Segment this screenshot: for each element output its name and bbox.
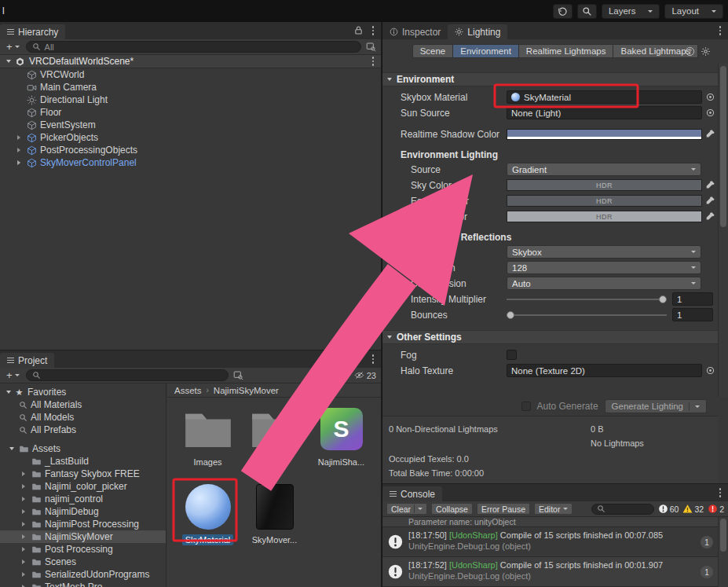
- warning-count-toggle[interactable]: 32: [682, 504, 704, 514]
- add-gameobject-button[interactable]: +: [5, 41, 21, 53]
- assets-root-row[interactable]: Assets: [0, 442, 166, 455]
- asset-images-folder[interactable]: Images: [174, 404, 241, 479]
- foldout-open-icon[interactable]: [387, 78, 392, 81]
- env-lighting-source-dropdown[interactable]: Gradient: [507, 163, 701, 176]
- shadow-color-swatch[interactable]: [507, 129, 702, 140]
- foldout-closed-icon[interactable]: [22, 497, 25, 501]
- tab-hierarchy[interactable]: Hierarchy: [0, 24, 65, 39]
- project-menu-icon[interactable]: [371, 354, 376, 365]
- layers-dropdown[interactable]: Layers: [602, 4, 660, 19]
- log-overflow-line[interactable]: Parameter name: unityObject: [382, 517, 718, 527]
- foldout-closed-icon[interactable]: [22, 559, 25, 564]
- foldout-open-icon[interactable]: [6, 391, 11, 394]
- foldout-closed-icon[interactable]: [22, 509, 25, 514]
- other-settings-section-header[interactable]: Other Settings: [382, 330, 718, 344]
- environment-section-header[interactable]: Environment: [382, 72, 718, 86]
- fog-checkbox[interactable]: [507, 350, 517, 360]
- search-button[interactable]: [577, 4, 597, 19]
- clear-button[interactable]: Clear: [386, 503, 427, 515]
- breadcrumb-current[interactable]: NajimiSkyMover: [214, 386, 279, 395]
- resolution-dropdown[interactable]: 128: [507, 261, 701, 274]
- auto-generate-checkbox[interactable]: [521, 402, 531, 411]
- hierarchy-row-floor[interactable]: Floor: [0, 106, 381, 119]
- folder-row-post-processing[interactable]: Post Processing: [0, 543, 166, 556]
- info-count-toggle[interactable]: 60: [658, 504, 679, 514]
- equator-color-swatch[interactable]: HDR: [507, 195, 702, 207]
- hierarchy-row-directional-light[interactable]: Directional Light: [0, 94, 381, 106]
- bounces-slider[interactable]: [507, 310, 667, 320]
- asset-skymover-prefab[interactable]: SkyMover...: [241, 482, 308, 556]
- lock-icon[interactable]: [353, 25, 364, 35]
- reflections-source-dropdown[interactable]: Skybox: [507, 245, 701, 259]
- folder-row-textmesh-pro[interactable]: TextMesh Pro: [0, 581, 166, 587]
- foldout-closed-icon[interactable]: [22, 534, 25, 539]
- folder-row-scenes[interactable]: Scenes: [0, 556, 166, 568]
- foldout-closed-icon[interactable]: [22, 471, 25, 476]
- object-picker-icon[interactable]: [705, 365, 715, 376]
- hierarchy-row-pickerobjects[interactable]: PickerObjects: [0, 131, 381, 144]
- folder-row-najimi-control[interactable]: najimi_control: [0, 493, 166, 505]
- slider-knob[interactable]: [659, 295, 667, 303]
- console-scrollbar[interactable]: [718, 517, 728, 587]
- halo-texture-field[interactable]: None (Texture 2D): [507, 364, 702, 377]
- object-picker-icon[interactable]: [705, 92, 715, 102]
- intensity-multiplier-value[interactable]: 1: [672, 292, 713, 306]
- skybox-material-field[interactable]: SkyMaterial: [507, 90, 702, 104]
- eyedropper-icon[interactable]: [705, 196, 715, 206]
- folder-row-najimidebug[interactable]: NajimiDebug: [0, 505, 166, 518]
- favorite-all-prefabs[interactable]: All Prefabs: [0, 424, 166, 436]
- compression-dropdown[interactable]: Auto: [507, 277, 701, 290]
- editor-dropdown[interactable]: Editor: [534, 503, 573, 515]
- scrollbar-thumb[interactable]: [720, 66, 726, 227]
- scene-header-row[interactable]: VRCDefaultWorldScene*: [0, 55, 381, 68]
- object-picker-icon[interactable]: [705, 108, 715, 118]
- tab-project[interactable]: Project: [0, 353, 54, 368]
- sky-color-swatch[interactable]: HDR: [507, 179, 702, 191]
- eyedropper-icon[interactable]: [705, 129, 715, 139]
- folder-row-najimiskymover[interactable]: NajimiSkyMover: [0, 530, 166, 543]
- hidden-packages-toggle[interactable]: 23: [354, 370, 376, 380]
- console-menu-icon[interactable]: [718, 487, 723, 498]
- ground-color-swatch[interactable]: HDR: [507, 211, 702, 222]
- log-entry[interactable]: [18:17:50] [UdonSharp] Compile of 15 scr…: [382, 527, 718, 557]
- subtab-scene[interactable]: Scene: [412, 44, 454, 58]
- folder-row-fantasy-skybox[interactable]: Fantasy Skybox FREE: [0, 468, 166, 480]
- tab-lighting[interactable]: Lighting: [448, 24, 507, 39]
- hierarchy-row-main-camera[interactable]: Main Camera: [0, 81, 381, 94]
- foldout-closed-icon[interactable]: [17, 148, 20, 152]
- hierarchy-row-vrcworld[interactable]: VRCWorld: [0, 68, 381, 81]
- gear-icon[interactable]: [701, 46, 711, 57]
- foldout-open-icon[interactable]: [9, 447, 14, 450]
- scene-picker-icon[interactable]: [366, 42, 376, 52]
- add-asset-button[interactable]: +: [5, 369, 21, 381]
- subtab-realtime-lightmaps[interactable]: Realtime Lightmaps: [519, 44, 614, 58]
- folder-row-lastbuild[interactable]: _LastBuild: [0, 455, 166, 468]
- tab-console[interactable]: Console: [382, 486, 442, 501]
- favorite-all-models[interactable]: All Models: [0, 411, 166, 424]
- bounces-value[interactable]: 1: [672, 308, 713, 321]
- eyedropper-icon[interactable]: [705, 180, 715, 190]
- asset-skymaterial[interactable]: SkyMaterial: [174, 482, 241, 556]
- lighting-menu-icon[interactable]: [718, 25, 723, 36]
- collab-history-button[interactable]: [553, 4, 573, 19]
- foldout-closed-icon[interactable]: [17, 135, 20, 140]
- sun-source-field[interactable]: None (Light): [507, 106, 702, 119]
- help-icon[interactable]: [685, 46, 695, 57]
- console-search-input[interactable]: [591, 504, 654, 515]
- foldout-closed-icon[interactable]: [22, 484, 25, 489]
- hierarchy-row-skymovercontrolpanel[interactable]: SkyMoverControlPanel: [0, 156, 381, 169]
- favorites-header-row[interactable]: ★Favorites: [0, 386, 166, 398]
- collapse-button[interactable]: Collapse: [431, 503, 473, 515]
- error-count-toggle[interactable]: 2: [708, 504, 724, 514]
- error-pause-button[interactable]: Error Pause: [477, 503, 530, 515]
- project-search-input[interactable]: [26, 369, 229, 381]
- open-prefab-arrow-icon[interactable]: [17, 160, 20, 165]
- folder-row-najimipost-processing[interactable]: NajimiPost Processing: [0, 518, 166, 530]
- search-store-icon[interactable]: [233, 370, 243, 380]
- asset-najimisharp-script[interactable]: S NajimiSha...: [308, 404, 375, 479]
- folder-row-serializedudonprograms[interactable]: SerializedUdonPrograms: [0, 568, 166, 581]
- folder-row-najimi-color-picker[interactable]: Najimi_color_picker: [0, 480, 166, 493]
- eyedropper-icon[interactable]: [705, 211, 715, 222]
- foldout-closed-icon[interactable]: [22, 547, 25, 552]
- hierarchy-row-eventsystem[interactable]: EventSystem: [0, 119, 381, 131]
